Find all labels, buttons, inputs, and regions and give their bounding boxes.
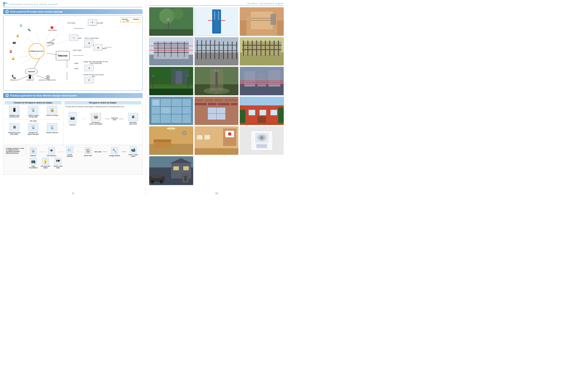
net-remote-device: 🖥 [84,77,94,83]
link-sand-img: 🗺 [55,158,61,165]
led-output-label: LED output [67,22,75,24]
link-device-linkage: 🔧 Linkage Module [108,147,121,157]
link-led-img: 💡 [42,158,49,165]
svg-rect-83 [252,40,253,56]
third-party-img: 🖥 [128,113,138,121]
link-cable-label: 485 cable [94,151,101,153]
svg-rect-114 [258,73,266,86]
svg-rect-86 [265,40,266,56]
sdk-label: supply SDK data package for third-party … [82,61,109,64]
cable-row-label: 485 cable [5,119,62,122]
svg-rect-72 [196,50,237,51]
svg-rect-144 [249,110,255,115]
link-detector-img: 📡 [30,147,37,154]
photo-13 [149,126,193,155]
fm-right-title: FM signal to switch-out Adapter [64,101,141,104]
svg-line-8 [34,58,40,68]
photo-3 [240,7,284,36]
svg-rect-132 [214,99,223,101]
device-img-4: 🖥 [9,123,20,131]
fm-right-diagram: 📷 Detector 📦 FM signal toswitch-out Adap… [64,112,141,126]
topology-svg [3,16,142,91]
photo-11 [195,97,239,125]
dvr-device: 📹 [84,40,94,46]
svg-rect-150 [278,108,284,123]
right-page: Product Installation Figure [146,0,287,196]
svg-rect-133 [224,99,237,101]
svg-rect-0 [3,2,5,4]
detector-label: Detector [70,124,76,126]
alarm-host: Intelligent Alarm Host [28,43,44,59]
photo-8 [195,67,239,95]
practical-title: Practical application for Solar Wireless… [10,94,77,97]
photo-14 [195,126,239,155]
svg-rect-31 [149,29,193,36]
internet-box: Internet [56,51,70,60]
link-linkage-label: Linkage Module [109,155,120,157]
section-circle-icon [5,10,9,13]
sensor1: 📡 [20,24,23,27]
practical-box: Function for FM signal to switch-out Ada… [3,99,143,175]
linkage-box: Linkage module is used to implement the … [3,145,142,175]
sensor5: 🚨 [9,50,13,53]
detector-img: 📷 [69,112,77,123]
sensor3: 🔒 [16,34,20,37]
svg-rect-28 [168,20,169,29]
photo-2 [195,7,239,36]
svg-rect-166 [205,135,210,139]
fm-left-section: Function for FM signal to switch-out Ada… [3,100,63,145]
svg-rect-102 [187,75,189,77]
svg-rect-100 [152,75,154,77]
sensor2: 🔦 [27,28,31,31]
remark-box: Remarkwireless ⎯⎯⎯⎯ wire [121,18,141,22]
svg-rect-90 [242,45,281,46]
adapter-label: FM signal toswitch-out Adapter [89,121,102,125]
link-conn2 [58,152,63,152]
svg-rect-60 [195,52,238,65]
third-party-host: 🖥 third-partyalarm host [125,113,141,125]
topology-section-title: Solar-powered IR burglar alarm system to… [3,9,143,14]
photo-5 [195,37,239,66]
right-header-title: Product Installation Figure [247,2,284,4]
link-pir-img: 👁 [48,147,55,154]
svg-rect-99 [153,76,154,88]
linkage-description: Linkage module is used to implement the … [5,146,26,155]
net-remote-label: network remote control alarm host [82,74,105,77]
link-alarm-img: 🏠 [85,147,91,154]
fm-device-6: 📡 Infrared Detector [44,123,60,135]
link-smoke-label: Smoke Detector [64,154,76,157]
svg-rect-108 [214,70,216,72]
fm-device-2: 📡 433Mhz SignalTransponder [25,106,41,118]
remark-wireless: Remarkwireless [122,19,139,20]
svg-point-185 [160,180,163,183]
link-device-vsurv: 📺 Video Surveillance [28,158,39,169]
svg-rect-173 [256,144,267,148]
link-device-led: 💡 120-way LED output [40,158,51,169]
photo-6 [240,37,284,66]
link-linkage-img: 🔧 [111,147,118,154]
sand-table-device: 🖥 [88,19,97,25]
link-alarm-label: Alarm Host [84,155,92,157]
svg-rect-87 [269,40,270,56]
svg-rect-167 [195,148,238,155]
device-img-6: 📡 [47,123,57,131]
link-device-detector: 📡 Detector [28,147,39,157]
svg-rect-148 [240,97,284,105]
panic-button-label: Panic Button [48,29,57,31]
left-header: Illustrated Picture For Alarm System [3,2,143,7]
sdk-device: 💻 [84,65,94,71]
topology-title: Solar-powered IR burglar alarm system to… [10,10,63,13]
svg-rect-91 [242,49,281,50]
device-label-4: Engineering Host(HB-Q250) [8,132,20,135]
panic-button-icon: 🔴 [50,26,54,29]
svg-point-24 [6,95,8,96]
link-pir-label: PIR detectors [47,155,56,157]
telephone-label: telephone [10,79,17,81]
svg-rect-101 [187,76,188,88]
svg-rect-82 [247,40,248,56]
network-circle: network [25,68,38,75]
fm-right-section: FM signal to switch-out Adapter · Throug… [63,100,142,145]
linkage-devices: 📡 Detector 👁 PIR detectors 💨 Smoke Detec… [28,146,141,169]
svg-rect-85 [261,40,262,56]
fm-device-4: 🖥 Engineering Host(HB-Q250) [6,123,22,135]
